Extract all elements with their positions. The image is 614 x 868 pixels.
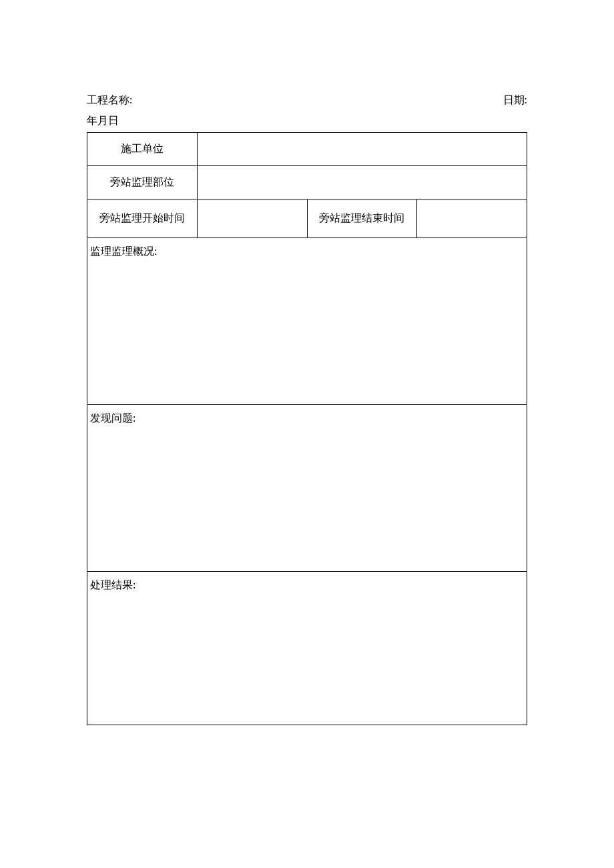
overview-cell[interactable]: 监理监理概况: (87, 238, 527, 404)
end-time-value[interactable] (417, 199, 527, 238)
date-label: 日期: (503, 93, 527, 107)
date-line: 年月日 (87, 114, 527, 128)
table-row: 处理结果: (87, 571, 527, 725)
end-time-label: 旁站监理结束时间 (307, 199, 417, 238)
supervision-form-table: 施工单位 旁站监理部位 旁站监理开始时间 旁站监理结束时间 监理监理概况: 发现… (87, 132, 527, 725)
project-name-label: 工程名称: (87, 93, 132, 107)
table-row: 旁站监理开始时间 旁站监理结束时间 (87, 199, 527, 238)
supervision-position-label: 旁站监理部位 (87, 166, 198, 199)
supervision-position-value[interactable] (197, 166, 527, 199)
table-row: 发现问题: (87, 404, 527, 571)
result-cell[interactable]: 处理结果: (87, 571, 527, 725)
construction-unit-value[interactable] (197, 133, 527, 166)
start-time-label: 旁站监理开始时间 (87, 199, 198, 238)
table-row: 施工单位 (87, 133, 527, 166)
header-row: 工程名称: 日期: (87, 93, 527, 107)
table-row: 监理监理概况: (87, 238, 527, 404)
issues-cell[interactable]: 发现问题: (87, 404, 527, 571)
construction-unit-label: 施工单位 (87, 133, 198, 166)
table-row: 旁站监理部位 (87, 166, 527, 199)
start-time-value[interactable] (197, 199, 307, 238)
